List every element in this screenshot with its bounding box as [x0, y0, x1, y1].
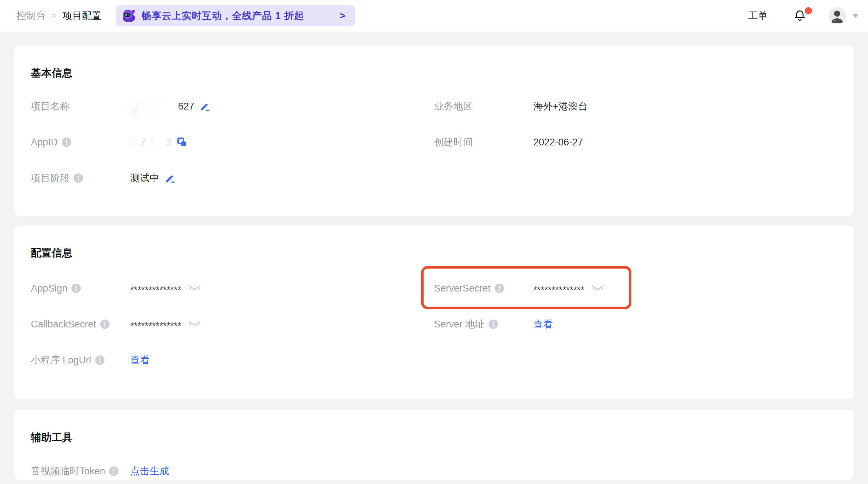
field-created-at: 创建时间 2022-06-27 — [434, 124, 837, 160]
caret-down-icon[interactable] — [852, 14, 859, 18]
promo-banner-text: 畅享云上实时互动，全线产品 1 折起 — [141, 9, 304, 22]
config-info-card: 配置信息 AppSign ************** ServerSecret… — [14, 225, 854, 399]
info-icon[interactable] — [109, 466, 118, 476]
copy-icon[interactable] — [177, 137, 187, 148]
project-stage-value: 测试中 — [130, 172, 159, 185]
server-secret-masked-value: ************** — [533, 284, 584, 295]
generate-token-link[interactable]: 点击生成 — [130, 465, 169, 478]
basic-info-card: 基本信息 项目名称 627 业务地区 海外+港澳台 — [14, 46, 854, 216]
server-address-view-link[interactable]: 查看 — [533, 318, 553, 331]
field-project-name: 项目名称 627 — [31, 88, 434, 124]
server-address-label: Server 地址 — [434, 318, 485, 331]
info-icon[interactable] — [71, 284, 81, 293]
av-temp-token-label: 音视频临时Token — [31, 465, 105, 478]
topbar: 控制台 > 项目配置 畅享云上实时互动，全线产品 1 折起 > 工单 — [0, 0, 868, 32]
ticket-link[interactable]: 工单 — [748, 9, 767, 22]
appsign-label: AppSign — [31, 283, 67, 294]
created-at-value: 2022-06-27 — [533, 137, 583, 148]
redacted-blur — [130, 96, 173, 117]
info-icon[interactable] — [62, 138, 71, 147]
field-appid: AppID 571 3 — [31, 124, 434, 160]
miniprogram-logurl-label: 小程序 LogUrl — [31, 354, 91, 367]
field-miniprogram-logurl: 小程序 LogUrl 查看 — [31, 342, 434, 378]
config-info-title: 配置信息 — [31, 225, 837, 259]
info-icon[interactable] — [489, 320, 498, 329]
promo-banner[interactable]: 畅享云上实时互动，全线产品 1 折起 > — [116, 5, 355, 26]
info-icon[interactable] — [74, 173, 83, 183]
notification-button[interactable] — [793, 9, 808, 23]
business-region-value: 海外+港澳台 — [533, 100, 588, 113]
redacted-blur: 571 — [130, 131, 160, 153]
miniprogram-logurl-view-link[interactable]: 查看 — [130, 354, 150, 367]
callback-secret-masked-value: ************** — [130, 320, 181, 331]
info-icon[interactable] — [495, 284, 504, 293]
field-project-stage: 项目阶段 测试中 — [31, 160, 434, 196]
eye-closed-icon[interactable] — [591, 284, 604, 293]
edit-icon[interactable] — [165, 173, 176, 183]
tools-title: 辅助工具 — [31, 410, 837, 443]
field-business-region: 业务地区 海外+港澳台 — [434, 88, 837, 124]
field-av-temp-token: 音视频临时Token 点击生成 — [31, 453, 434, 480]
breadcrumb: 控制台 > 项目配置 — [17, 9, 101, 22]
eye-closed-icon[interactable] — [188, 284, 201, 293]
info-icon[interactable] — [100, 320, 109, 329]
eye-closed-icon[interactable] — [188, 320, 201, 329]
edit-icon[interactable] — [200, 101, 210, 112]
field-appsign: AppSign ************** — [31, 270, 434, 306]
notification-badge — [805, 7, 812, 14]
avatar[interactable] — [829, 7, 846, 24]
project-stage-label: 项目阶段 — [31, 172, 70, 185]
banner-arrow-icon: > — [340, 10, 345, 22]
bell-icon — [793, 9, 806, 22]
breadcrumb-chevron-icon: > — [51, 10, 57, 21]
business-region-label: 业务地区 — [434, 100, 473, 113]
field-empty — [434, 160, 837, 196]
topbar-right: 工单 — [748, 7, 859, 24]
info-icon[interactable] — [95, 355, 104, 365]
breadcrumb-console[interactable]: 控制台 — [17, 9, 46, 22]
field-server-secret: ServerSecret ************** — [434, 270, 837, 306]
server-secret-label: ServerSecret — [434, 283, 491, 294]
field-server-address: Server 地址 查看 — [434, 306, 837, 342]
project-name-label: 项目名称 — [31, 100, 70, 113]
field-empty — [434, 342, 837, 378]
project-name-visible-value: 627 — [178, 101, 194, 112]
appid-label: AppID — [31, 137, 58, 148]
field-empty — [434, 453, 837, 480]
person-icon — [829, 7, 846, 24]
breadcrumb-current-page: 项目配置 — [62, 9, 101, 22]
appsign-masked-value: ************** — [130, 284, 181, 295]
created-at-label: 创建时间 — [434, 136, 473, 149]
tools-card: 辅助工具 音视频临时Token 点击生成 — [14, 410, 854, 480]
field-callback-secret: CallbackSecret ************** — [31, 306, 434, 342]
mascot-icon — [120, 7, 137, 24]
basic-info-title: 基本信息 — [31, 46, 837, 79]
callback-secret-label: CallbackSecret — [31, 319, 96, 330]
